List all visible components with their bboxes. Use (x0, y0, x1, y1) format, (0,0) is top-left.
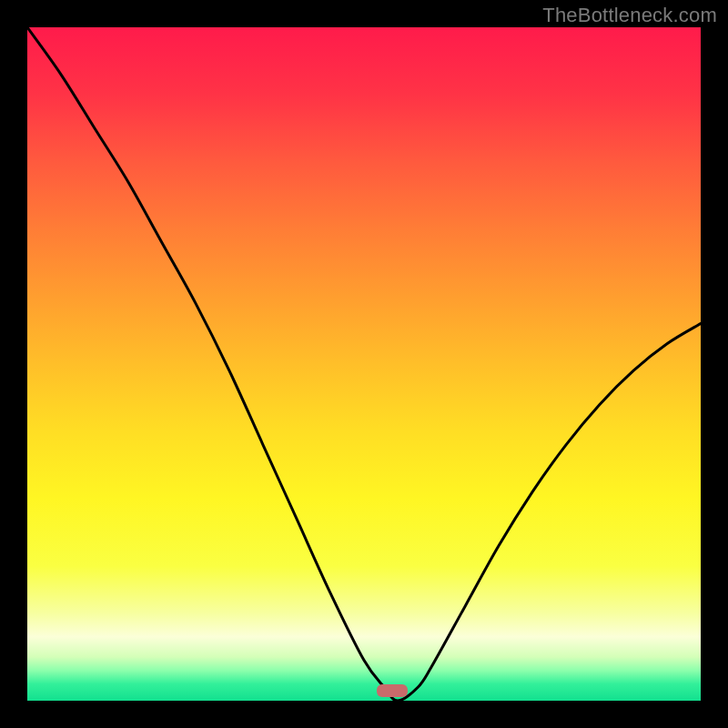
optimal-point-marker (377, 684, 407, 697)
plot-area (27, 27, 701, 701)
bottleneck-curve (27, 27, 701, 701)
chart-frame: TheBottleneck.com (0, 0, 728, 728)
watermark-text: TheBottleneck.com (542, 4, 717, 27)
